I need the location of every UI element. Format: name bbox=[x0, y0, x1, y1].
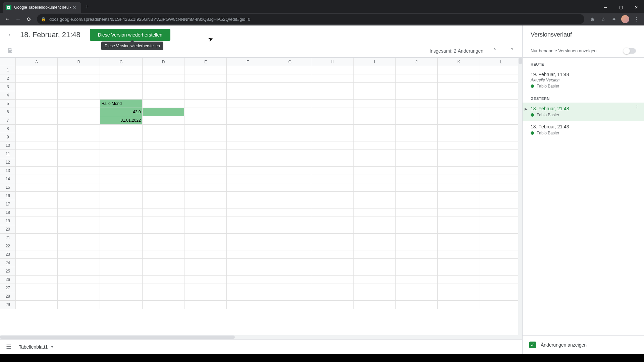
cell[interactable] bbox=[269, 250, 311, 259]
cell[interactable] bbox=[15, 91, 58, 100]
cell[interactable] bbox=[184, 284, 227, 292]
cell[interactable] bbox=[395, 141, 438, 150]
cell[interactable] bbox=[15, 116, 58, 125]
cell[interactable] bbox=[184, 267, 227, 276]
cell[interactable] bbox=[353, 74, 395, 83]
cell[interactable] bbox=[480, 150, 522, 158]
cell[interactable] bbox=[184, 276, 227, 284]
cell[interactable] bbox=[100, 217, 142, 225]
row-header[interactable]: 8 bbox=[0, 125, 16, 133]
cell[interactable] bbox=[142, 284, 184, 292]
cell[interactable] bbox=[395, 250, 438, 259]
cell[interactable] bbox=[480, 83, 522, 91]
cell[interactable] bbox=[438, 141, 480, 150]
cell[interactable] bbox=[438, 116, 480, 125]
cell[interactable] bbox=[311, 225, 353, 234]
row-header[interactable]: 26 bbox=[0, 276, 16, 284]
cell[interactable] bbox=[227, 66, 269, 74]
cell[interactable] bbox=[58, 276, 100, 284]
cell[interactable] bbox=[15, 234, 58, 242]
cell[interactable] bbox=[395, 74, 438, 83]
cell[interactable] bbox=[184, 217, 227, 225]
cell[interactable] bbox=[480, 259, 522, 267]
cell[interactable] bbox=[227, 74, 269, 83]
row-header[interactable]: 28 bbox=[0, 292, 16, 301]
cell[interactable] bbox=[353, 267, 395, 276]
cell[interactable] bbox=[15, 276, 58, 284]
cell[interactable] bbox=[142, 100, 184, 108]
cell[interactable] bbox=[58, 83, 100, 91]
cell[interactable] bbox=[311, 100, 353, 108]
cell[interactable] bbox=[100, 133, 142, 141]
cell[interactable] bbox=[395, 116, 438, 125]
extensions-icon[interactable]: ✦ bbox=[609, 14, 619, 24]
cell[interactable] bbox=[480, 225, 522, 234]
cell[interactable] bbox=[15, 250, 58, 259]
row-header[interactable]: 19 bbox=[0, 217, 16, 225]
cell[interactable] bbox=[269, 259, 311, 267]
cell[interactable] bbox=[395, 292, 438, 301]
cell[interactable] bbox=[311, 150, 353, 158]
cell[interactable] bbox=[227, 141, 269, 150]
cell[interactable] bbox=[269, 292, 311, 301]
cell[interactable] bbox=[353, 217, 395, 225]
cell[interactable] bbox=[438, 192, 480, 200]
cell[interactable] bbox=[438, 250, 480, 259]
cell[interactable] bbox=[58, 91, 100, 100]
minimize-button[interactable]: ─ bbox=[598, 2, 613, 13]
cell[interactable] bbox=[480, 200, 522, 208]
cell[interactable] bbox=[15, 217, 58, 225]
cell[interactable] bbox=[142, 74, 184, 83]
horizontal-scrollbar[interactable] bbox=[0, 335, 522, 339]
cell[interactable] bbox=[311, 250, 353, 259]
cell[interactable] bbox=[142, 167, 184, 175]
all-sheets-button[interactable]: ☰ bbox=[4, 341, 13, 353]
cell[interactable] bbox=[58, 66, 100, 74]
profile-avatar[interactable] bbox=[621, 15, 629, 23]
cell[interactable] bbox=[58, 133, 100, 141]
column-header[interactable]: H bbox=[311, 58, 353, 66]
cell[interactable] bbox=[184, 301, 227, 309]
cell[interactable] bbox=[480, 116, 522, 125]
cell[interactable] bbox=[438, 217, 480, 225]
cell[interactable] bbox=[353, 108, 395, 116]
cell[interactable] bbox=[311, 301, 353, 309]
cell[interactable] bbox=[100, 158, 142, 167]
cell[interactable] bbox=[438, 167, 480, 175]
back-arrow-button[interactable]: ← bbox=[4, 28, 17, 42]
cell[interactable] bbox=[100, 225, 142, 234]
cell[interactable] bbox=[480, 217, 522, 225]
cell[interactable] bbox=[15, 292, 58, 301]
cell[interactable] bbox=[269, 150, 311, 158]
cell[interactable] bbox=[15, 192, 58, 200]
cell[interactable] bbox=[58, 175, 100, 183]
cell[interactable] bbox=[15, 200, 58, 208]
cell[interactable] bbox=[480, 167, 522, 175]
sheet-tab-dropdown-icon[interactable]: ▼ bbox=[50, 345, 54, 349]
cell[interactable] bbox=[438, 83, 480, 91]
cell[interactable] bbox=[353, 292, 395, 301]
cell[interactable] bbox=[438, 267, 480, 276]
cell[interactable] bbox=[395, 301, 438, 309]
cell[interactable] bbox=[395, 234, 438, 242]
cell[interactable] bbox=[227, 150, 269, 158]
row-header[interactable]: 12 bbox=[0, 158, 16, 167]
show-changes-checkbox[interactable]: ✓ bbox=[529, 342, 536, 348]
cell[interactable] bbox=[353, 91, 395, 100]
cell[interactable] bbox=[15, 108, 58, 116]
cell[interactable] bbox=[184, 250, 227, 259]
column-header[interactable]: J bbox=[395, 58, 438, 66]
cell[interactable] bbox=[15, 100, 58, 108]
cell[interactable] bbox=[58, 208, 100, 217]
cell[interactable] bbox=[227, 116, 269, 125]
cell[interactable] bbox=[100, 267, 142, 276]
cell[interactable] bbox=[227, 225, 269, 234]
cell[interactable] bbox=[438, 200, 480, 208]
row-header[interactable]: 18 bbox=[0, 208, 16, 217]
cell[interactable] bbox=[184, 208, 227, 217]
cell[interactable] bbox=[227, 242, 269, 250]
cell[interactable] bbox=[480, 276, 522, 284]
cell[interactable] bbox=[353, 133, 395, 141]
cell[interactable] bbox=[311, 242, 353, 250]
cell[interactable] bbox=[438, 74, 480, 83]
